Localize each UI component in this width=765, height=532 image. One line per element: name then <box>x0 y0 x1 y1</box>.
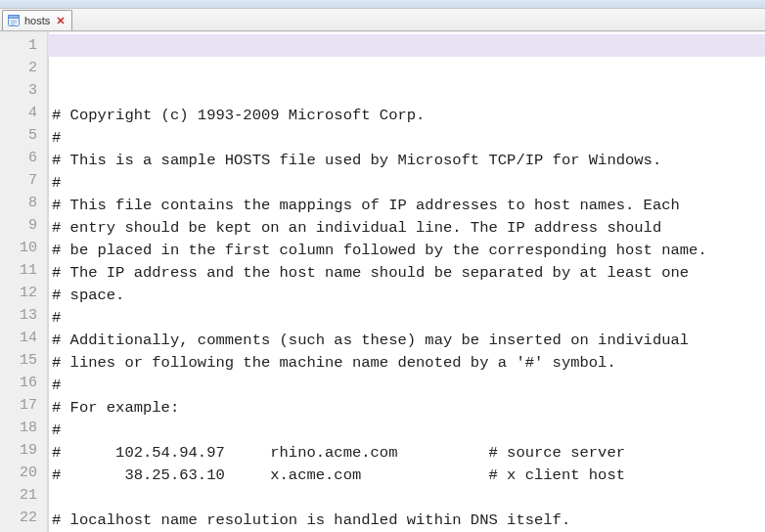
line-number-gutter: 12345678910111213141516171819202122 <box>0 32 48 532</box>
line-number: 3 <box>0 79 47 102</box>
code-line: # lines or following the machine name de… <box>52 352 765 375</box>
svg-rect-1 <box>9 16 20 19</box>
code-line <box>52 487 765 510</box>
tab-label: hosts <box>24 15 50 26</box>
code-line: # <box>52 172 765 195</box>
tab-bar: hosts <box>0 9 765 31</box>
code-line: # <box>52 420 765 442</box>
code-line: # <box>52 307 765 330</box>
line-number: 20 <box>0 462 47 484</box>
editor: 12345678910111213141516171819202122 # Co… <box>0 31 765 532</box>
line-number: 14 <box>0 327 47 349</box>
code-line: # be placed in the first column followed… <box>52 240 765 262</box>
line-number: 21 <box>0 484 47 507</box>
tab-hosts[interactable]: hosts <box>2 10 72 30</box>
code-line: # This is a sample HOSTS file used by Mi… <box>52 150 765 172</box>
line-number: 8 <box>0 192 47 214</box>
code-line: # Additionally, comments (such as these)… <box>52 330 765 352</box>
line-number: 5 <box>0 124 47 147</box>
code-line: # <box>52 127 765 150</box>
line-number: 2 <box>0 57 47 79</box>
code-area[interactable]: # Copyright (c) 1993-2009 Microsoft Corp… <box>48 32 765 532</box>
code-line: # Copyright (c) 1993-2009 Microsoft Corp… <box>52 105 765 127</box>
line-number: 17 <box>0 394 47 417</box>
code-line: # entry should be kept on an individual … <box>52 217 765 240</box>
line-number: 4 <box>0 102 47 124</box>
code-line: # For example: <box>52 397 765 420</box>
code-line: # This file contains the mappings of IP … <box>52 195 765 217</box>
line-number: 15 <box>0 349 47 372</box>
line-number: 7 <box>0 169 47 192</box>
line-number: 18 <box>0 417 47 439</box>
line-number: 22 <box>0 507 47 529</box>
line-number: 9 <box>0 214 47 237</box>
line-number: 12 <box>0 282 47 304</box>
line-number: 1 <box>0 34 47 57</box>
close-icon[interactable] <box>54 14 68 27</box>
code-line: # space. <box>52 285 765 307</box>
line-number: 10 <box>0 237 47 259</box>
line-number: 16 <box>0 372 47 394</box>
line-number: 6 <box>0 147 47 169</box>
line-number: 11 <box>0 259 47 282</box>
file-icon <box>7 14 21 27</box>
toolbar-strip <box>0 0 765 9</box>
line-number: 19 <box>0 439 47 462</box>
code-line: # localhost name resolution is handled w… <box>52 510 765 532</box>
code-line: # <box>52 375 765 397</box>
current-line-highlight <box>48 34 765 57</box>
code-lines: # Copyright (c) 1993-2009 Microsoft Corp… <box>52 105 765 532</box>
code-line: # 38.25.63.10 x.acme.com # x client host <box>52 465 765 487</box>
margin-line <box>48 32 49 532</box>
code-line: # The IP address and the host name shoul… <box>52 262 765 285</box>
line-number: 13 <box>0 304 47 327</box>
code-line: # 102.54.94.97 rhino.acme.com # source s… <box>52 442 765 465</box>
